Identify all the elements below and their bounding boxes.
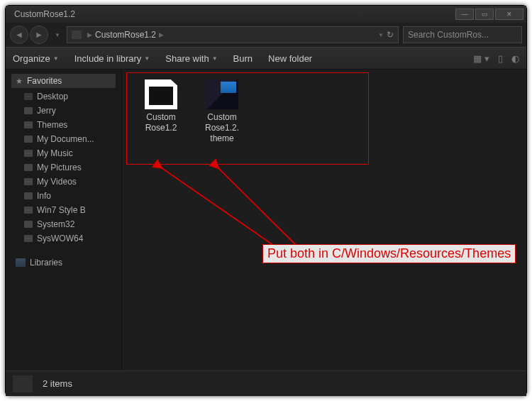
minimize-button[interactable]: — — [455, 9, 474, 20]
file-label: Custom Rose1.2. theme — [205, 112, 239, 144]
history-dropdown[interactable]: ▼ — [52, 26, 62, 44]
nav-bar: ◄ ► ▼ ▶ CustomRose1.2 ▶ ▼ ↻ Search Custo… — [6, 23, 526, 47]
burn-button[interactable]: Burn — [233, 53, 253, 64]
folder-icon — [24, 235, 33, 242]
folder-icon — [24, 207, 33, 214]
search-placeholder: Search CustomRos... — [408, 30, 489, 40]
breadcrumb-current[interactable]: CustomRose1.2 — [95, 30, 156, 40]
sidebar-item-system32[interactable]: System32 — [7, 217, 120, 231]
chevron-down-icon[interactable]: ▼ — [378, 32, 384, 38]
forward-button[interactable]: ► — [30, 26, 48, 44]
folder-file-icon — [145, 79, 177, 109]
breadcrumb[interactable]: ▶ CustomRose1.2 ▶ ▼ ↻ — [67, 26, 399, 43]
chevron-down-icon: ▼ — [212, 55, 218, 62]
annotation-text: Put both in C/Windows/Resources/Themes — [262, 244, 516, 263]
sidebar-item-desktop[interactable]: Desktop — [7, 89, 120, 104]
window-controls: — ▭ ✕ — [455, 9, 523, 20]
favorites-header[interactable]: ★ Favorites — [11, 74, 116, 88]
sidebar-item-videos[interactable]: My Videos — [7, 175, 120, 189]
file-pane[interactable]: Custom Rose1.2 Custom Rose1.2. theme Put… — [122, 70, 526, 370]
svg-line-1 — [218, 167, 299, 248]
folder-icon — [24, 136, 33, 143]
help-icon[interactable]: ◐ — [511, 53, 519, 64]
chevron-right-icon: ▶ — [87, 31, 92, 38]
sidebar-item-themes[interactable]: Themes — [7, 118, 120, 132]
theme-file-icon — [206, 79, 238, 109]
organize-menu[interactable]: Organize▼ — [13, 53, 59, 64]
folder-icon — [24, 150, 33, 157]
view-options-icon[interactable]: ▦ ▾ — [473, 53, 489, 64]
folder-icon — [72, 31, 82, 39]
status-bar: 2 items — [6, 370, 526, 396]
status-item-count: 2 items — [43, 378, 72, 389]
folder-icon — [24, 121, 33, 128]
toolbar: Organize▼ Include in library▼ Share with… — [6, 47, 526, 70]
desktop-icon — [24, 93, 33, 100]
search-input[interactable]: Search CustomRos... — [403, 26, 522, 43]
status-folder-icon — [13, 375, 33, 392]
back-button[interactable]: ◄ — [10, 26, 28, 44]
sidebar-item-documents[interactable]: My Documen... — [7, 132, 120, 146]
svg-line-0 — [161, 167, 278, 248]
refresh-icon[interactable]: ↻ — [387, 30, 394, 40]
explorer-window: CustomRose1.2 — ▭ ✕ ◄ ► ▼ ▶ CustomRose1.… — [5, 5, 527, 396]
star-icon: ★ — [16, 77, 23, 86]
maximize-button[interactable]: ▭ — [475, 9, 494, 20]
sidebar-item-win7style[interactable]: Win7 Style B — [7, 203, 120, 217]
file-item-folder[interactable]: Custom Rose1.2 — [138, 79, 184, 144]
preview-pane-icon[interactable]: ▯ — [498, 53, 503, 64]
new-folder-button[interactable]: New folder — [268, 53, 312, 64]
close-button[interactable]: ✕ — [495, 9, 523, 20]
sidebar-item-music[interactable]: My Music — [7, 146, 120, 160]
libraries-header[interactable]: Libraries — [7, 256, 120, 270]
folder-icon — [24, 192, 33, 199]
sidebar-item-jerry[interactable]: Jerry — [7, 104, 120, 118]
folder-icon — [24, 164, 33, 171]
window-title: CustomRose1.2 — [14, 9, 455, 19]
titlebar: CustomRose1.2 — ▭ ✕ — [6, 6, 526, 23]
chevron-down-icon: ▼ — [53, 55, 59, 62]
file-label: Custom Rose1.2 — [145, 112, 177, 133]
sidebar: ★ Favorites Desktop Jerry Themes My Docu… — [6, 70, 122, 370]
chevron-down-icon: ▼ — [144, 55, 150, 62]
sidebar-item-info[interactable]: Info — [7, 189, 120, 203]
share-menu[interactable]: Share with▼ — [165, 53, 217, 64]
libraries-icon — [16, 258, 26, 267]
sidebar-item-pictures[interactable]: My Pictures — [7, 160, 120, 175]
folder-icon — [24, 178, 33, 185]
chevron-right-icon: ▶ — [159, 31, 164, 38]
sidebar-item-syswow64[interactable]: SysWOW64 — [7, 231, 120, 246]
include-library-menu[interactable]: Include in library▼ — [74, 53, 150, 64]
folder-icon — [24, 107, 33, 114]
content-area: ★ Favorites Desktop Jerry Themes My Docu… — [6, 70, 526, 370]
file-item-theme[interactable]: Custom Rose1.2. theme — [199, 79, 245, 144]
folder-icon — [24, 221, 33, 228]
